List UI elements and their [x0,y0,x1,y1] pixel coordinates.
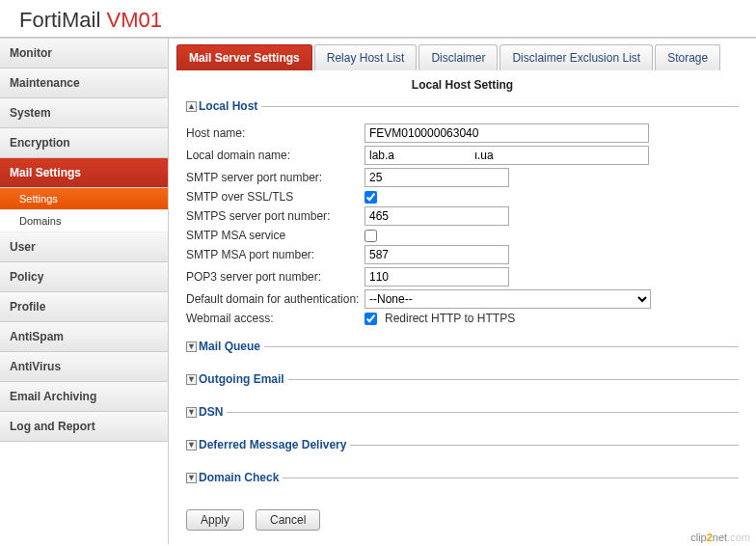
layout: Monitor Maintenance System Encryption Ma… [0,39,756,544]
sidebar-subitem-settings[interactable]: Settings [0,188,168,210]
label-smtps-port: SMTPS server port number: [186,209,364,223]
select-default-domain[interactable]: --None-- [364,289,651,309]
panel-local-host-title: Local Host [199,99,257,113]
label-smtp-port: SMTP server port number: [186,171,364,184]
panel-deferred: ▼ Deferred Message Delivery [186,438,739,463]
panel-local-host-legend[interactable]: ▲ Local Host [186,99,261,113]
input-smtps-port[interactable] [364,206,509,226]
sidebar-item-email-archiving[interactable]: Email Archiving [0,382,168,412]
collapse-up-icon[interactable]: ▲ [186,101,197,112]
expand-down-icon[interactable]: ▼ [186,473,197,483]
sidebar-item-antivirus[interactable]: AntiVirus [0,352,168,382]
sidebar-item-profile[interactable]: Profile [0,292,168,322]
label-msa-service: SMTP MSA service [186,229,364,242]
tab-strip: Mail Server Settings Relay Host List Dis… [176,44,756,70]
label-host-name: Host name: [186,126,364,140]
input-host-name[interactable] [364,123,649,143]
sidebar-item-log-and-report[interactable]: Log and Report [0,412,168,442]
label-smtp-ssl: SMTP over SSL/TLS [186,190,364,204]
app-header: FortiMail VM01 [0,0,756,39]
panel-dsn-legend[interactable]: ▼ DSN [186,405,227,419]
label-default-domain: Default domain for authentication: [186,292,364,306]
panel-dsn: ▼ DSN [186,405,739,430]
sidebar-item-monitor[interactable]: Monitor [0,39,168,68]
sidebar: Monitor Maintenance System Encryption Ma… [0,39,169,544]
panel-mail-queue-legend[interactable]: ▼ Mail Queue [186,340,264,353]
panel-domain-check-legend[interactable]: ▼ Domain Check [186,471,283,484]
brand-part1: FortiMail [19,8,106,32]
input-msa-port[interactable] [364,245,509,264]
tab-relay-host-list[interactable]: Relay Host List [314,44,418,70]
sidebar-item-user[interactable]: User [0,232,168,262]
tab-mail-server-settings[interactable]: Mail Server Settings [176,44,312,70]
label-local-domain: Local domain name: [186,149,364,162]
panel-outgoing-email-legend[interactable]: ▼ Outgoing Email [186,372,288,386]
sidebar-item-encryption[interactable]: Encryption [0,128,168,158]
panel-mail-queue: ▼ Mail Queue [186,340,739,365]
brand-title: FortiMail VM01 [19,8,737,33]
sidebar-subitem-domains[interactable]: Domains [0,210,168,232]
panel-deferred-legend[interactable]: ▼ Deferred Message Delivery [186,438,350,451]
checkbox-smtp-ssl[interactable] [364,191,377,204]
watermark: clip2net.com [690,532,750,543]
tab-disclaimer-exclusion[interactable]: Disclaimer Exclusion List [500,44,653,70]
panel-local-host: ▲ Local Host Host name: Local domain nam… [186,99,739,332]
input-pop3-port[interactable] [364,267,509,287]
expand-down-icon[interactable]: ▼ [186,341,197,352]
button-row: Apply Cancel [186,509,739,531]
label-msa-port: SMTP MSA port number: [186,248,364,261]
section-title: Local Host Setting [186,78,739,92]
expand-down-icon[interactable]: ▼ [186,440,197,450]
checkbox-webmail-redirect[interactable] [364,313,377,325]
apply-button[interactable]: Apply [186,509,244,531]
label-webmail: Webmail access: [186,312,364,325]
content-area: Local Host Setting ▲ Local Host Host nam… [169,70,756,543]
main-area: Mail Server Settings Relay Host List Dis… [169,39,756,544]
cancel-button[interactable]: Cancel [256,509,320,531]
tab-storage[interactable]: Storage [655,44,720,70]
tab-disclaimer[interactable]: Disclaimer [418,44,498,70]
sidebar-item-system[interactable]: System [0,98,168,128]
checkbox-msa-service[interactable] [364,230,377,242]
panel-domain-check: ▼ Domain Check [186,471,739,496]
sidebar-item-maintenance[interactable]: Maintenance [0,68,168,98]
label-pop3-port: POP3 server port number: [186,270,364,284]
input-local-domain[interactable] [364,146,649,165]
sidebar-item-policy[interactable]: Policy [0,262,168,292]
expand-down-icon[interactable]: ▼ [186,374,197,385]
sidebar-item-antispam[interactable]: AntiSpam [0,322,168,352]
expand-down-icon[interactable]: ▼ [186,407,197,418]
sidebar-item-mail-settings[interactable]: Mail Settings [0,158,168,188]
panel-outgoing-email: ▼ Outgoing Email [186,372,739,397]
brand-part2: VM01 [106,8,161,32]
label-redirect-https: Redirect HTTP to HTTPS [385,312,515,325]
input-smtp-port[interactable] [364,168,509,187]
